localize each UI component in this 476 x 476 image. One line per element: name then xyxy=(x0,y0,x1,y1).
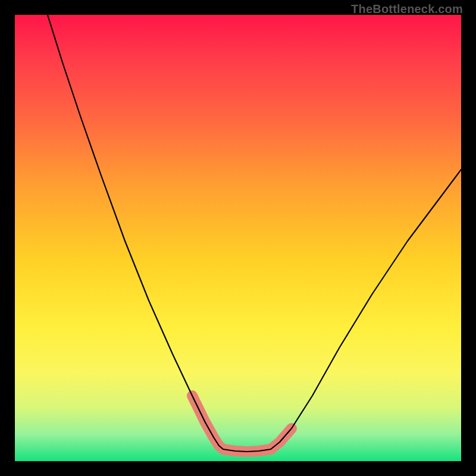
pink-highlight-group xyxy=(192,396,292,452)
main-curve xyxy=(48,15,461,452)
chart-svg xyxy=(15,15,461,461)
outer-black-frame: TheBottleneck.com xyxy=(0,0,476,476)
watermark-label: TheBottleneck.com xyxy=(351,2,463,16)
gradient-plot-area xyxy=(15,15,461,461)
